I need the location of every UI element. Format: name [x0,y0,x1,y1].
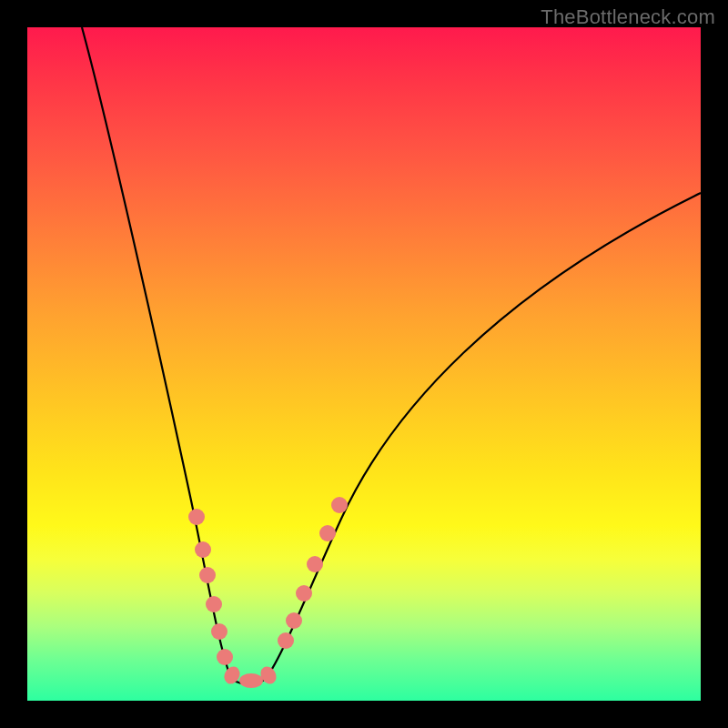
bottleneck-curve [82,27,701,684]
chart-overlay [27,27,701,701]
watermark-text: TheBottleneck.com [541,5,715,29]
svg-point-4 [211,623,228,640]
chart-frame [27,27,701,701]
svg-point-2 [199,567,216,583]
svg-point-13 [239,673,263,688]
svg-point-10 [319,525,336,541]
left-markers [188,509,233,665]
svg-point-3 [206,596,222,612]
svg-point-7 [286,612,302,629]
svg-point-1 [195,541,211,558]
svg-point-9 [307,556,323,572]
valley-markers [221,663,279,688]
svg-point-0 [188,509,205,525]
svg-point-5 [217,649,233,665]
svg-point-6 [278,632,294,649]
svg-point-11 [331,497,348,513]
right-markers [278,497,348,649]
svg-point-8 [296,585,312,602]
